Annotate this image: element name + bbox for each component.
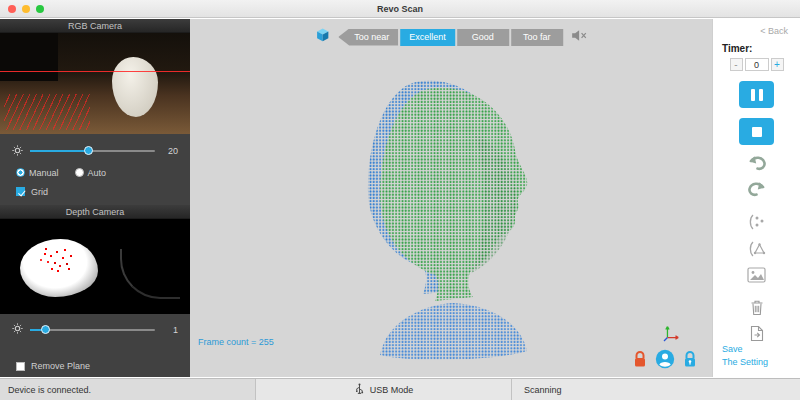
rgb-scene-monitor (0, 33, 58, 81)
minimize-window-icon[interactable] (22, 5, 30, 13)
usb-mode-text: USB Mode (370, 385, 414, 395)
save-line1: Save (722, 343, 768, 356)
rgb-brightness-value: 20 (162, 146, 178, 156)
status-bar: Device is connected. USB Mode Scanning (0, 378, 800, 400)
depth-scene-cable (120, 249, 180, 299)
remove-plane-label: Remove Plane (31, 361, 90, 371)
mesh-button[interactable] (747, 240, 767, 258)
rgb-camera-header: RGB Camera (0, 19, 190, 33)
scanning-text: Scanning (524, 385, 562, 395)
rgb-camera-preview (0, 33, 190, 134)
lock-blue-icon[interactable] (682, 349, 698, 373)
title-bar: Revo Scan (0, 0, 800, 18)
texture-button[interactable] (747, 267, 766, 283)
frame-count-label: Frame count = 255 (198, 337, 274, 347)
depth-controls: 1 Remove Plane (0, 314, 190, 377)
usb-icon (354, 383, 365, 397)
rgb-controls: 20 Manual Auto Grid (0, 134, 190, 205)
point-cloud-button[interactable] (747, 213, 767, 231)
stop-icon (752, 127, 762, 137)
depth-camera-preview (0, 219, 190, 314)
distance-too-far: Too far (511, 29, 563, 46)
exposure-manual-radio[interactable]: Manual (16, 168, 59, 178)
distance-segments: Too near Excellent Good Too far (338, 29, 563, 46)
distance-too-near: Too near (338, 29, 398, 46)
rgb-brightness-slider[interactable] (30, 150, 155, 152)
auto-label: Auto (88, 168, 107, 178)
mute-icon[interactable] (571, 28, 587, 46)
close-window-icon[interactable] (8, 5, 16, 13)
depth-brightness-knob[interactable] (41, 325, 50, 334)
cube-icon (315, 27, 330, 47)
delete-button[interactable] (750, 299, 764, 316)
brightness-icon (12, 145, 23, 158)
manual-label: Manual (29, 168, 59, 178)
redo-button[interactable] (746, 180, 768, 197)
scanning-status: Scanning (512, 379, 800, 400)
distance-indicator-bar: Too near Excellent Good Too far (315, 27, 587, 47)
brightness-icon (12, 323, 23, 336)
rgb-scene-bust (112, 57, 158, 117)
device-status-text: Device is connected. (8, 385, 91, 395)
timer-decrement-button[interactable]: - (730, 58, 743, 71)
person-icon[interactable] (655, 349, 675, 373)
axis-gizmo-icon (662, 323, 682, 347)
lock-red-icon[interactable] (632, 349, 648, 373)
grid-checkbox[interactable] (16, 187, 25, 196)
grid-label: Grid (31, 187, 48, 197)
stop-button[interactable] (739, 118, 774, 145)
window-title: Revo Scan (0, 4, 800, 14)
save-setting-link[interactable]: Save The Setting (722, 343, 768, 369)
timer-label: Timer: (722, 43, 752, 54)
depth-brightness-value: 1 (162, 325, 178, 335)
window-controls (8, 5, 44, 13)
depth-overexposed-speckles (44, 253, 46, 255)
laser-pattern (4, 94, 90, 130)
timer-stepper: - 0 + (730, 58, 784, 71)
timer-increment-button[interactable]: + (771, 58, 784, 71)
radio-unselected-icon (75, 168, 84, 177)
distance-good: Good (457, 29, 509, 46)
crosshair-line (0, 71, 190, 72)
viewport-corner-icons (632, 349, 698, 373)
exposure-auto-radio[interactable]: Auto (75, 168, 107, 178)
pause-icon (751, 89, 755, 101)
depth-brightness-slider[interactable] (30, 329, 155, 331)
pause-button[interactable] (739, 81, 774, 108)
maximize-window-icon[interactable] (36, 5, 44, 13)
depth-scene-object (20, 239, 98, 297)
radio-selected-icon (16, 168, 25, 177)
device-status: Device is connected. (0, 379, 256, 400)
point-cloud-head (318, 75, 568, 370)
save-line2: The Setting (722, 356, 768, 369)
undo-button[interactable] (746, 154, 768, 171)
export-button[interactable] (750, 325, 764, 342)
back-button[interactable]: < Back (760, 26, 788, 36)
scan-toolbar: < Back Timer: - 0 + Save The Setting (712, 19, 800, 377)
scan-viewport[interactable]: Too near Excellent Good Too far Frame co… (190, 19, 712, 377)
usb-mode-status: USB Mode (256, 379, 512, 400)
rgb-brightness-knob[interactable] (84, 146, 93, 155)
distance-excellent: Excellent (400, 29, 455, 46)
remove-plane-checkbox[interactable] (16, 362, 25, 371)
timer-value: 0 (745, 58, 769, 71)
depth-camera-header: Depth Camera (0, 205, 190, 219)
camera-sidebar: RGB Camera 20 Manual Auto (0, 19, 190, 377)
